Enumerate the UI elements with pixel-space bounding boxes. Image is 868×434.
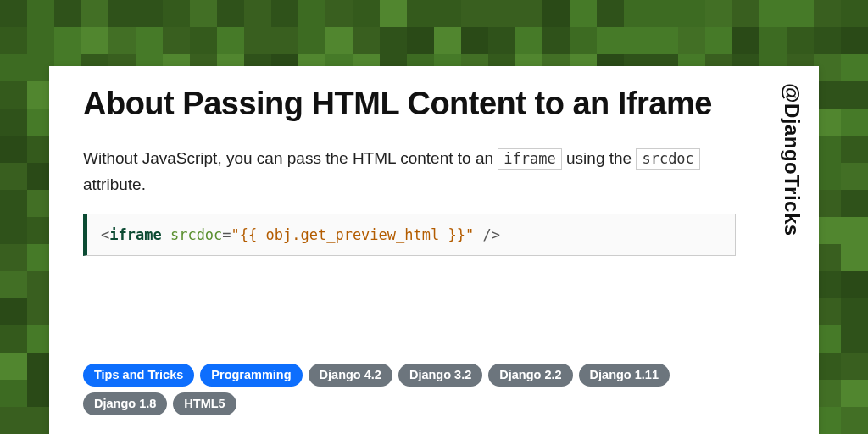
tag-pill[interactable]: Django 1.8 <box>83 392 167 415</box>
code-token-tag: iframe <box>109 226 161 243</box>
tag-pill[interactable]: Django 4.2 <box>309 364 392 387</box>
para-text: using the <box>562 149 637 167</box>
code-token: = <box>222 226 231 243</box>
author-handle: @DjangoTricks <box>780 83 804 236</box>
tag-pill[interactable]: Django 3.2 <box>398 364 482 387</box>
tag-pill[interactable]: Django 2.2 <box>488 364 572 387</box>
content-card: About Passing HTML Content to an Iframe … <box>49 66 819 434</box>
tag-list: Tips and TricksProgrammingDjango 4.2Djan… <box>83 364 736 415</box>
tag-pill[interactable]: HTML5 <box>173 392 236 415</box>
main-column: About Passing HTML Content to an Iframe … <box>83 85 736 256</box>
inline-code-srcdoc: srcdoc <box>636 148 699 170</box>
intro-paragraph: Without JavaScript, you can pass the HTM… <box>83 145 736 198</box>
code-token <box>162 226 170 243</box>
code-block: <iframe srcdoc="{{ obj.get_preview_html … <box>83 214 736 256</box>
tag-pill[interactable]: Programming <box>200 364 302 387</box>
para-text: attribute. <box>83 175 146 193</box>
inline-code-iframe: iframe <box>498 148 561 170</box>
page-title: About Passing HTML Content to an Iframe <box>83 85 736 123</box>
code-token: /> <box>474 226 500 243</box>
code-token-attr: srcdoc <box>170 226 222 243</box>
code-token: < <box>101 226 109 243</box>
para-text: Without JavaScript, you can pass the HTM… <box>83 149 498 167</box>
tag-pill[interactable]: Django 1.11 <box>579 364 670 387</box>
code-token-string: "{{ obj.get_preview_html }}" <box>231 226 475 243</box>
tag-pill[interactable]: Tips and Tricks <box>83 364 194 387</box>
